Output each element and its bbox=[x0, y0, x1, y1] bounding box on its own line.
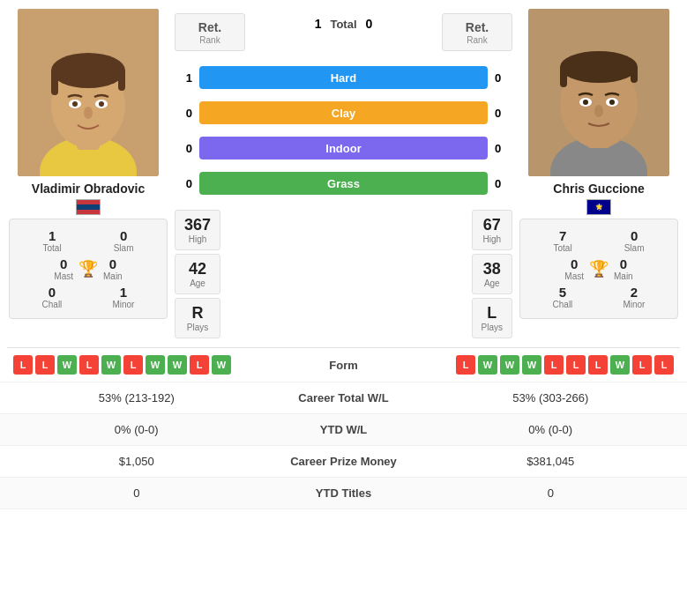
svg-rect-5 bbox=[51, 69, 58, 95]
stat-center-label: Career Total W/L bbox=[256, 391, 432, 404]
left-minor-stat: 1 Minor bbox=[112, 285, 134, 309]
form-badge-left: L bbox=[190, 355, 209, 375]
stat-right-value: 0 bbox=[432, 486, 670, 500]
right-plays-box: L Plays bbox=[472, 298, 512, 338]
left-age-box: 42 Age bbox=[175, 254, 220, 294]
player-right-card: Chris Guccione 🌟 7 Total 0 Slam bbox=[519, 9, 678, 338]
stat-left-value: 0% (0-0) bbox=[18, 423, 256, 436]
form-badge-left: L bbox=[123, 355, 143, 375]
form-badge-right: L bbox=[456, 355, 475, 375]
stat-center-label: YTD Titles bbox=[256, 486, 432, 500]
stats-table: 53% (213-192)Career Total W/L53% (303-26… bbox=[0, 382, 687, 509]
total-scores: 1 Total 0 bbox=[315, 13, 373, 31]
form-badge-left: L bbox=[35, 355, 55, 375]
right-total-stat: 7 Total bbox=[554, 228, 572, 253]
form-badge-left: L bbox=[13, 355, 33, 375]
flag-right: 🌟 bbox=[586, 199, 611, 215]
left-chall-stat: 0 Chall bbox=[42, 285, 63, 309]
form-badge-right: L bbox=[588, 355, 608, 375]
stat-right-value: 53% (303-266) bbox=[432, 391, 670, 404]
right-center-stats: 67 High 38 Age L Plays bbox=[472, 210, 512, 338]
form-badge-left: L bbox=[79, 355, 99, 375]
form-badges-right: LWWWLLLWLL bbox=[414, 355, 675, 375]
right-main-stat: 0 Main bbox=[614, 256, 633, 281]
player-left-card: Vladimir Obradovic 1 Total 0 Slam bbox=[9, 9, 168, 338]
svg-point-22 bbox=[609, 100, 615, 105]
form-badge-right: W bbox=[610, 355, 630, 375]
center-details-row: 367 High 42 Age R Plays 67 bbox=[175, 210, 512, 338]
form-badge-left: W bbox=[146, 355, 165, 375]
form-row: LLWLWLWWLW Form LWWWLLLWLL bbox=[0, 348, 687, 382]
svg-point-10 bbox=[99, 101, 104, 107]
form-badge-left: W bbox=[101, 355, 121, 375]
right-mast-stat: 0 Mast bbox=[564, 256, 584, 281]
grass-badge: Grass bbox=[199, 172, 488, 195]
table-row: 0% (0-0)YTD W/L0% (0-0) bbox=[0, 414, 687, 446]
flag-left bbox=[76, 199, 101, 215]
svg-rect-6 bbox=[118, 69, 125, 91]
right-high-box: 67 High bbox=[472, 210, 512, 250]
player-right-photo bbox=[528, 9, 669, 176]
form-badges-left: LLWLWLWWLW bbox=[13, 355, 273, 375]
svg-rect-18 bbox=[631, 65, 638, 83]
table-row: 0YTD Titles0 bbox=[0, 478, 687, 509]
form-badge-right: W bbox=[522, 355, 541, 375]
form-badge-right: L bbox=[544, 355, 564, 375]
svg-point-16 bbox=[560, 51, 638, 83]
left-slam-stat: 0 Slam bbox=[114, 228, 134, 253]
stat-left-value: $1,050 bbox=[18, 455, 256, 468]
left-rank-box: Ret. Rank bbox=[175, 13, 245, 51]
form-label: Form bbox=[273, 359, 414, 372]
middle-section: Ret. Rank 1 Total 0 Ret. Rank 1 bbox=[175, 9, 512, 338]
player-right-name: Chris Guccione bbox=[553, 182, 644, 196]
player-left-stats: 1 Total 0 Slam 0 Mast 🏆 0 bbox=[9, 219, 168, 319]
form-badge-left: W bbox=[168, 355, 187, 375]
table-row: 53% (213-192)Career Total W/L53% (303-26… bbox=[0, 382, 687, 414]
svg-point-23 bbox=[594, 105, 603, 117]
form-badge-left: W bbox=[212, 355, 231, 375]
stat-center-label: Career Prize Money bbox=[256, 455, 432, 468]
left-total-stat: 1 Total bbox=[43, 228, 62, 253]
clay-badge: Clay bbox=[199, 101, 488, 124]
trophy-icon-right: 🏆 bbox=[589, 259, 609, 278]
trophy-icon-left: 🏆 bbox=[78, 259, 98, 278]
left-plays-box: R Plays bbox=[175, 298, 220, 338]
stat-left-value: 0 bbox=[18, 486, 256, 500]
stat-right-value: $381,045 bbox=[432, 455, 670, 468]
right-age-box: 38 Age bbox=[472, 254, 512, 294]
table-row: $1,050Career Prize Money$381,045 bbox=[0, 446, 687, 478]
stat-center-label: YTD W/L bbox=[256, 423, 432, 436]
left-main-stat: 0 Main bbox=[103, 256, 123, 281]
form-badge-right: L bbox=[632, 355, 652, 375]
right-chall-stat: 5 Chall bbox=[553, 285, 573, 309]
player-left-photo bbox=[18, 9, 159, 176]
svg-point-11 bbox=[84, 107, 93, 119]
form-badge-right: L bbox=[654, 355, 674, 375]
left-mast-stat: 0 Mast bbox=[54, 256, 73, 281]
form-badge-right: L bbox=[566, 355, 586, 375]
surface-scores: 1 Hard 0 0 Clay 0 0 Indoor 0 0 Grass bbox=[175, 62, 512, 199]
left-high-box: 367 High bbox=[175, 210, 220, 250]
players-comparison: Vladimir Obradovic 1 Total 0 Slam bbox=[0, 0, 687, 347]
svg-point-20 bbox=[583, 100, 588, 105]
player-left-name: Vladimir Obradovic bbox=[32, 182, 145, 196]
right-rank-box: Ret. Rank bbox=[442, 13, 512, 51]
main-container: Vladimir Obradovic 1 Total 0 Slam bbox=[0, 0, 687, 509]
right-minor-stat: 2 Minor bbox=[623, 285, 645, 309]
form-badge-right: W bbox=[500, 355, 519, 375]
stat-left-value: 53% (213-192) bbox=[18, 391, 256, 404]
svg-rect-17 bbox=[560, 65, 567, 87]
left-center-stats: 367 High 42 Age R Plays bbox=[175, 210, 220, 338]
indoor-badge: Indoor bbox=[199, 137, 488, 160]
svg-point-8 bbox=[72, 101, 78, 107]
player-right-stats: 7 Total 0 Slam 0 Mast 🏆 0 bbox=[519, 219, 678, 319]
form-badge-left: W bbox=[57, 355, 77, 375]
svg-point-4 bbox=[51, 53, 125, 88]
form-badge-right: W bbox=[478, 355, 497, 375]
stat-right-value: 0% (0-0) bbox=[432, 423, 670, 436]
hard-badge: Hard bbox=[199, 66, 488, 89]
right-slam-stat: 0 Slam bbox=[624, 228, 645, 253]
